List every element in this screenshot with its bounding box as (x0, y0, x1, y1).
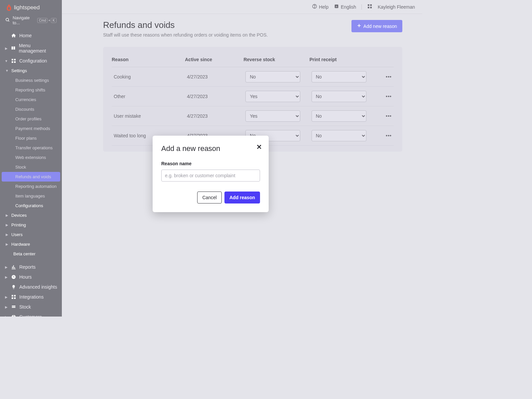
add-new-reason-button[interactable]: Add new reason (351, 20, 402, 32)
nav-label: Payment methods (15, 126, 50, 131)
yes-no-select[interactable]: YesNo (245, 91, 300, 102)
nav-stock[interactable]: ▶ Stock (0, 302, 62, 312)
close-icon[interactable]: ✕ (256, 143, 262, 151)
svg-line-1 (8, 20, 9, 21)
nav-label: Refunds and voids (15, 174, 51, 179)
help-icon (312, 4, 317, 10)
page-subtitle: Staff will use these reasons when refund… (103, 32, 268, 38)
search-icon (5, 18, 10, 23)
clock-icon (11, 274, 17, 280)
nav-label: Reports (19, 264, 36, 270)
yes-no-select[interactable]: YesNo (245, 71, 300, 82)
language-label: English (341, 4, 356, 10)
yes-no-select[interactable]: YesNo (312, 71, 366, 82)
row-actions[interactable]: ••• (375, 87, 394, 106)
col-receipt: Print receipt (310, 54, 375, 67)
book-icon (11, 46, 16, 51)
nav-advanced-insights[interactable]: Advanced insights (0, 282, 62, 292)
help-label: Help (319, 4, 329, 10)
chevron-right-icon: ▶ (5, 305, 8, 309)
cell-reason: Other (112, 87, 185, 106)
cell-active: 4/27/2023 (185, 106, 243, 126)
nav-settings-item[interactable]: Stock (0, 162, 62, 172)
svg-point-15 (315, 7, 315, 8)
nav-label: Hours (19, 274, 32, 280)
nav-settings-item[interactable]: Configurations (0, 201, 62, 210)
more-icon: ••• (386, 133, 392, 138)
nav-hours[interactable]: ▶ Hours (0, 272, 62, 282)
nav-reports[interactable]: ▶ Reports (0, 262, 62, 272)
apps-icon (367, 4, 372, 10)
nav-customers[interactable]: ▶ Customers (0, 312, 62, 317)
yes-no-select[interactable]: YesNo (245, 110, 300, 122)
row-actions[interactable]: ••• (375, 126, 394, 146)
cell-active: 4/27/2023 (185, 87, 243, 106)
nav-label: Settings (11, 68, 27, 73)
more-icon: ••• (386, 74, 392, 79)
brand-logo[interactable]: lightspeed (0, 0, 62, 15)
nav-settings-item[interactable]: Transfer operations (0, 143, 62, 153)
nav-label: Reporting automation (15, 184, 57, 189)
nav-settings-item[interactable]: Reporting automation (0, 182, 62, 191)
nav-settings-item[interactable]: Reporting shifts (0, 85, 62, 95)
row-actions[interactable]: ••• (375, 106, 394, 126)
nav-beta[interactable]: Beta center (0, 249, 62, 259)
cancel-button[interactable]: Cancel (197, 192, 222, 203)
search-bar[interactable]: Navigate to... Cmd+K (0, 15, 62, 29)
svg-rect-4 (12, 61, 13, 63)
nav-label: Discounts (15, 107, 34, 112)
nav-settings-item[interactable]: Payment methods (0, 124, 62, 133)
yes-no-select[interactable]: YesNo (312, 91, 366, 102)
search-placeholder: Navigate to... (13, 15, 35, 25)
nav: Home ▶ Menu management ▼ Configuration ▼… (0, 29, 62, 317)
nav-label: Integrations (19, 294, 44, 300)
nav-users[interactable]: ▶Users (0, 230, 62, 239)
nav-home[interactable]: Home (0, 31, 62, 41)
chevron-right-icon: ▶ (5, 233, 9, 236)
chevron-right-icon: ▶ (5, 223, 9, 227)
col-active: Active since (185, 54, 243, 67)
nav-settings[interactable]: ▼ Settings (0, 66, 62, 75)
nav-settings-item[interactable]: Business settings (0, 75, 62, 85)
row-actions[interactable]: ••• (375, 67, 394, 87)
nav-settings-item[interactable]: Item languages (0, 191, 62, 201)
language-switcher[interactable]: A English (334, 4, 356, 10)
add-reason-submit-button[interactable]: Add reason (224, 192, 260, 203)
cell-reverse: YesNo (243, 67, 309, 87)
nav-home-label: Home (19, 33, 32, 38)
apps-menu[interactable] (367, 4, 372, 10)
nav-settings-item[interactable]: Order profiles (0, 114, 62, 124)
nav-label: Floor plans (15, 136, 37, 141)
nav-refunds-and-voids[interactable]: Refunds and voids (2, 172, 60, 182)
reason-name-input[interactable] (161, 170, 260, 182)
home-icon (11, 33, 17, 38)
cell-reverse: YesNo (243, 87, 309, 106)
yes-no-select[interactable]: YesNo (312, 130, 366, 141)
nav-configuration[interactable]: ▼ Configuration (0, 56, 62, 66)
nav-integrations[interactable]: ▶ Integrations (0, 292, 62, 302)
svg-rect-18 (368, 4, 369, 6)
nav-hardware[interactable]: ▶Hardware (0, 239, 62, 249)
nav-menu-management[interactable]: ▶ Menu management (0, 41, 62, 56)
nav-settings-item[interactable]: Floor plans (0, 133, 62, 143)
nav-devices[interactable]: ▶Devices (0, 210, 62, 220)
cell-receipt: YesNo (310, 106, 375, 126)
nav-printing[interactable]: ▶Printing (0, 220, 62, 230)
nav-settings-item[interactable]: Currencies (0, 95, 62, 104)
yes-no-select[interactable]: YesNo (312, 110, 366, 122)
user-menu[interactable]: Kayleigh Fleeman (378, 4, 415, 10)
chart-icon (11, 264, 17, 270)
help-link[interactable]: Help (312, 4, 329, 10)
nav-settings-item[interactable]: Web extensions (0, 153, 62, 162)
modal-title: Add a new reason (161, 144, 260, 153)
page-title: Refunds and voids (103, 20, 268, 30)
nav-label: Beta center (13, 251, 36, 256)
more-icon: ••• (386, 94, 392, 99)
globe-icon (11, 314, 17, 317)
svg-rect-12 (12, 307, 16, 308)
svg-rect-7 (12, 295, 13, 297)
cell-active: 4/27/2023 (185, 67, 243, 87)
nav-label: Configuration (19, 58, 47, 64)
chevron-right-icon: ▶ (5, 47, 8, 50)
nav-settings-item[interactable]: Discounts (0, 104, 62, 114)
